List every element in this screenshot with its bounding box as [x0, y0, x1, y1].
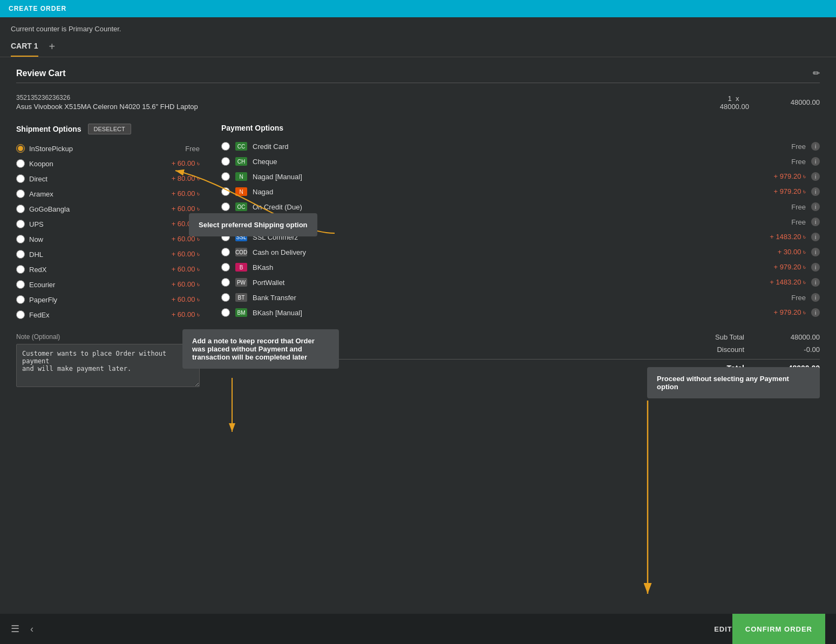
payment-radio[interactable] [221, 142, 230, 151]
payment-icon: N [235, 172, 247, 181]
payment-info-icon[interactable]: i [811, 248, 820, 256]
shipment-radio[interactable] [16, 144, 25, 153]
payment-radio[interactable] [221, 157, 230, 166]
shipment-options-list: InStorePickup Free Koopon + 60.00 ৳ Dire… [16, 141, 200, 322]
payment-option-price: + 30.00 ৳ [778, 248, 806, 256]
shipment-option-row: Direct + 80.00 ৳ [16, 171, 200, 186]
shipment-radio[interactable] [16, 159, 25, 168]
note-section: Note (Optional) [16, 333, 200, 389]
shipment-option-price: + 60.00 ৳ [172, 205, 200, 213]
payment-radio[interactable] [221, 278, 230, 287]
shipment-option-row: Aramex + 60.00 ৳ [16, 186, 200, 201]
shipment-option-label[interactable]: Koopon [16, 159, 172, 168]
payment-icon: BM [235, 308, 247, 317]
shipment-option-row: UPS + 60.00 ৳ [16, 216, 200, 232]
payment-info-icon[interactable]: i [811, 308, 820, 317]
shipment-option-row: GoGoBangla + 60.00 ৳ [16, 201, 200, 216]
cart-tab-1[interactable]: CART 1 [11, 36, 38, 57]
edit-button[interactable]: EDIT [714, 625, 732, 633]
payment-radio[interactable] [221, 248, 230, 256]
review-cart-edit-icon[interactable]: ✏ [813, 68, 820, 78]
hamburger-icon[interactable]: ☰ [11, 623, 19, 635]
bottom-left: ☰ ‹ [11, 623, 33, 635]
shipment-radio[interactable] [16, 310, 25, 319]
shipment-option-label[interactable]: RedX [16, 265, 172, 274]
payment-option-price: + 1483.20 ৳ [770, 278, 806, 287]
payment-info-icon[interactable]: i [811, 278, 820, 287]
shipment-option-row: PaperFly + 60.00 ৳ [16, 292, 200, 307]
payment-radio[interactable] [221, 263, 230, 272]
add-cart-tab-button[interactable]: + [49, 41, 56, 52]
shipment-radio[interactable] [16, 235, 25, 243]
payment-info-icon[interactable]: i [811, 172, 820, 181]
shipment-radio[interactable] [16, 220, 25, 228]
back-icon[interactable]: ‹ [30, 623, 33, 635]
payment-info-icon[interactable]: i [811, 187, 820, 196]
shipment-radio[interactable] [16, 205, 25, 213]
shipment-radio[interactable] [16, 265, 25, 274]
review-cart-title: Review Cart [16, 69, 66, 78]
shipment-option-price: + 60.00 ৳ [172, 310, 200, 319]
shipment-radio[interactable] [16, 189, 25, 198]
payment-info-icon[interactable]: i [811, 263, 820, 272]
confirm-order-button[interactable]: CONFIRM ORDER [732, 614, 825, 644]
shipment-radio[interactable] [16, 280, 25, 289]
shipping-tooltip: Select preferred Shipping option [189, 213, 317, 236]
shipment-option-row: RedX + 60.00 ৳ [16, 262, 200, 277]
deselect-button[interactable]: DESELECT [88, 124, 131, 134]
shipment-options-col: Shipment Options DESELECT InStorePickup … [16, 124, 200, 389]
note-label: Note (Optional) [16, 333, 200, 341]
payment-icon: CC [235, 142, 247, 151]
payment-option-name: PortWallet [253, 279, 764, 287]
shipment-radio[interactable] [16, 174, 25, 183]
payment-info-icon[interactable]: i [811, 202, 820, 211]
payment-info-icon[interactable]: i [811, 233, 820, 241]
shipment-option-label[interactable]: UPS [16, 220, 172, 228]
cart-item-qty: 1 x 48000.00 [712, 94, 755, 111]
shipment-option-price: + 60.00 ৳ [172, 159, 200, 168]
bottom-bar: ☰ ‹ EDIT CONFIRM ORDER [0, 614, 836, 644]
payment-radio[interactable] [221, 293, 230, 302]
payment-radio[interactable] [221, 308, 230, 317]
payment-option-name: Bank Transfer [253, 294, 786, 302]
cart-item-id: 352135236236326 [16, 94, 712, 101]
payment-icon: OC [235, 202, 247, 211]
payment-icon: B [235, 263, 247, 272]
shipment-option-name: PaperFly [29, 296, 57, 304]
payment-option-price: Free [791, 294, 806, 302]
shipment-option-label[interactable]: Ecourier [16, 280, 172, 289]
shipment-options-header: Shipment Options DESELECT [16, 124, 200, 134]
shipment-option-label[interactable]: FedEx [16, 310, 172, 319]
app-title: CREATE ORDER [9, 5, 66, 12]
shipment-option-name: Aramex [29, 190, 53, 198]
payment-radio[interactable] [221, 202, 230, 211]
shipment-option-name: Ecourier [29, 281, 55, 289]
cart-item-name: Asus Vivobook X515MA Celeron N4020 15.6"… [16, 103, 712, 111]
payment-option-name: Cheque [253, 158, 786, 166]
shipment-radio[interactable] [16, 250, 25, 259]
shipment-option-label[interactable]: Direct [16, 174, 172, 183]
payment-options-title: Payment Options [221, 124, 283, 132]
top-bar: CREATE ORDER [0, 0, 836, 17]
main-content: Review Cart ✏ 352135236236326 Asus Vivob… [0, 57, 836, 602]
payment-info-icon[interactable]: i [811, 142, 820, 151]
shipment-option-label[interactable]: InStorePickup [16, 144, 185, 153]
payment-option-price: Free [791, 203, 806, 211]
shipment-option-price: + 60.00 ৳ [172, 295, 200, 304]
shipment-option-label[interactable]: Now [16, 235, 172, 243]
shipment-option-label[interactable]: GoGoBangla [16, 205, 172, 213]
note-textarea[interactable] [16, 344, 200, 387]
shipment-option-label[interactable]: Aramex [16, 189, 172, 198]
two-col-layout: Shipment Options DESELECT InStorePickup … [16, 124, 820, 389]
payment-radio[interactable] [221, 187, 230, 196]
payment-option-name: BKash [253, 263, 768, 272]
payment-info-icon[interactable]: i [811, 293, 820, 302]
payment-info-icon[interactable]: i [811, 157, 820, 166]
shipment-option-label[interactable]: DHL [16, 250, 172, 259]
shipment-option-label[interactable]: PaperFly [16, 295, 172, 304]
payment-radio[interactable] [221, 172, 230, 181]
shipment-radio[interactable] [16, 295, 25, 304]
payment-options-header: Payment Options [221, 124, 820, 132]
shipment-option-name: RedX [29, 266, 47, 274]
payment-info-icon[interactable]: i [811, 218, 820, 226]
